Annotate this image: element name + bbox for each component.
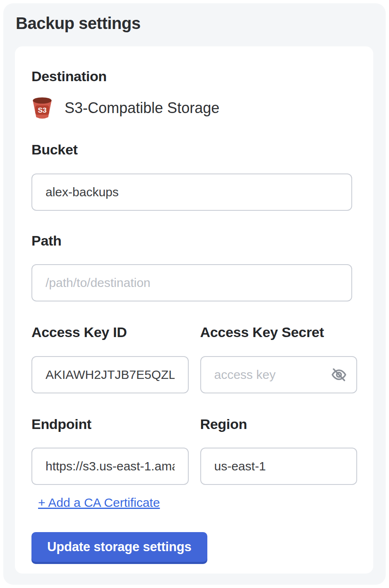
destination-value: S3-Compatible Storage [65,99,219,117]
access-key-id-input[interactable] [31,356,189,393]
svg-text:S3: S3 [38,106,46,115]
path-input[interactable] [31,264,352,301]
update-storage-settings-button[interactable]: Update storage settings [31,532,207,562]
path-label: Path [31,233,357,248]
region-label: Region [200,417,358,432]
endpoint-region-row: Endpoint Region [31,393,357,485]
eye-off-icon [330,366,348,383]
region-input[interactable] [200,448,358,485]
destination-label: Destination [31,69,357,84]
backup-settings-card: Destination S3 S3-Compatible Storage Buc… [15,46,373,574]
access-key-row: Access Key ID Access Key Secret [31,301,357,393]
bucket-label: Bucket [31,142,357,157]
access-key-secret-field: Access Key Secret [200,301,358,393]
page-title: Backup settings [16,14,140,33]
bucket-input[interactable] [31,174,352,211]
access-key-id-label: Access Key ID [31,325,189,340]
add-ca-certificate-link[interactable]: + Add a CA Certificate [38,496,160,510]
endpoint-label: Endpoint [31,417,189,432]
backup-settings-panel: Backup settings Destination S3 S3-Compat… [3,3,386,585]
endpoint-input[interactable] [31,448,189,485]
s3-bucket-icon: S3 [31,96,53,120]
access-key-id-field: Access Key ID [31,301,189,393]
submit-row: Update storage settings [31,510,357,562]
toggle-secret-visibility-button[interactable] [329,365,349,385]
region-field: Region [200,393,358,485]
destination-value-row: S3 S3-Compatible Storage [31,96,357,120]
access-key-secret-label: Access Key Secret [200,325,358,340]
endpoint-field: Endpoint [31,393,189,485]
